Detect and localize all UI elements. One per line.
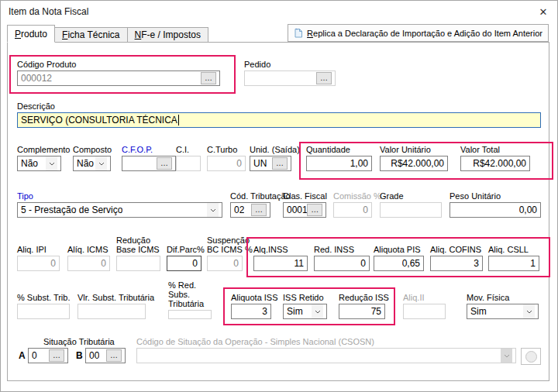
complemento-select[interactable]: Não [17,156,61,171]
c-turbo-group: C.Turbo 0 [207,132,246,171]
peso-unitario-group: Peso Unitário 0,00 [450,179,541,218]
red-inss-field[interactable]: 0 [314,256,370,271]
aliq-csll-label: Aliq. CSLL [488,245,539,254]
dif-parc-value: 0 [192,258,198,269]
pedido-field[interactable]: … [244,70,336,86]
valor-total-field[interactable]: R$42.000,00 [460,156,530,171]
aliquota-pis-field[interactable]: 0,65 [374,256,424,271]
ci-group: C.I. [176,132,201,171]
valor-unitario-group: Valor Unitário R$42.000,00 [380,132,448,171]
quantidade-value: 1,00 [350,158,368,169]
situacao-b-field[interactable]: 00 … [85,348,126,363]
valor-unitario-value: R$42.000,00 [391,158,444,169]
tipo-group: Tipo 5 - Prestação de Serviço [17,179,222,218]
descricao-label: Descrição [17,101,541,111]
aliq-ipi-group: Aliq. IPI 0 [17,232,60,271]
unid-saida-browse-button[interactable]: … [272,157,288,170]
quantidade-label: Quantidade [306,145,372,154]
tab-ficha-tecnica[interactable]: Ficha Técnica [55,27,128,43]
ci-label: C.I. [176,145,201,154]
peso-unitario-label: Peso Unitário [450,191,541,201]
codigo-produto-browse-button[interactable]: … [201,72,216,84]
circle-icon [525,351,537,363]
document-icon [294,28,303,38]
grade-group: Grade [380,179,442,218]
dif-parc-group: Dif.Parc% 0 [167,232,202,271]
valor-unitario-label: Valor Unitário [380,145,448,154]
reducao-base-icms-field[interactable] [116,256,160,271]
csosn-status-button[interactable] [521,348,541,365]
composto-value: Não [77,158,94,169]
reducao-iss-group: Redução ISS 75 [339,280,385,319]
pct-subst-trib-field[interactable] [17,304,70,319]
vlr-subst-tributaria-field[interactable] [78,304,146,319]
aliq-icms-field[interactable]: 0 [67,256,110,271]
tab-nfe-impostos[interactable]: NF-e / Impostos [128,27,208,43]
cod-tributacao-browse-button[interactable]: … [251,204,267,216]
aliq-csll-field[interactable]: 1 [488,256,539,271]
ci-field[interactable] [176,156,201,171]
cfop-field[interactable]: … [122,156,176,171]
cod-tributacao-field[interactable]: 02 … [230,202,270,218]
c-turbo-label: C.Turbo [207,145,246,154]
aliq-ipi-field[interactable]: 0 [17,256,60,271]
suspencao-bc-icms-field[interactable]: 0 [207,256,243,271]
composto-select[interactable]: Não [73,156,111,171]
aliq-cofins-group: Aliq. COFINS 3 [430,232,483,271]
reducao-base-icms-group: Redução Base ICMS [116,232,160,271]
mov-fisica-select[interactable]: Sim [467,304,539,319]
comissao-field[interactable]: 0 [333,202,372,218]
csosn-select[interactable] [136,348,516,363]
pedido-browse-button[interactable]: … [316,72,332,84]
aliquota-iss-field[interactable]: 3 [231,304,271,319]
situacao-b-browse-button[interactable]: … [106,349,122,362]
aliq-cofins-field[interactable]: 3 [430,256,483,271]
iss-retido-group: ISS Retido Sim [283,280,327,319]
replica-declaracao-button[interactable]: Replica a Declaração de Importação e Adi… [288,24,549,42]
iss-retido-select[interactable]: Sim [283,304,327,319]
situacao-a-value: 0 [32,350,37,361]
reducao-base-icms-label: Redução Base ICMS [116,236,167,254]
pedido-group: Pedido … [244,47,336,86]
vlr-subst-tributaria-group: Vlr. Subst. Tributária [78,280,146,319]
valor-total-label: Valor Total [460,145,530,154]
clas-fiscal-field[interactable]: 0001 … [283,202,326,218]
valor-unitario-field[interactable]: R$42.000,00 [380,156,448,171]
reducao-iss-field[interactable]: 75 [339,304,385,319]
grade-field[interactable] [380,202,442,218]
iss-retido-label: ISS Retido [283,293,327,302]
situacao-a-browse-button[interactable]: … [49,349,64,362]
suspencao-bc-icms-value: 0 [233,258,239,269]
close-icon[interactable]: ✕ [529,2,557,22]
dif-parc-field[interactable]: 0 [167,256,202,271]
descricao-field[interactable]: SERVIÇO (CONSULTORIA TÉCNICA [17,112,541,128]
unid-saida-field[interactable]: UN … [250,156,291,171]
situacao-a-field[interactable]: 0 … [28,348,68,363]
aliq-csll-value: 1 [530,258,536,269]
reducao-iss-label: Redução ISS [339,293,385,302]
c-turbo-field[interactable]: 0 [207,156,246,171]
codigo-produto-label: Código Produto [17,60,220,69]
aliq-ii-group: Aliq.II [403,280,446,319]
alq-inss-field[interactable]: 11 [253,256,308,271]
cfop-browse-button[interactable]: … [157,157,172,170]
chevron-down-icon [523,304,535,318]
chevron-down-icon [95,156,107,170]
titlebar: Item da Nota Fiscal ✕ [1,1,557,22]
aliq-icms-group: Alíq. ICMS 0 [67,232,110,271]
tab-produto[interactable]: Produto [7,25,55,43]
aliq-ipi-label: Aliq. IPI [17,245,60,254]
pct-red-subs-tributaria-field[interactable] [168,310,212,319]
comissao-group: Comissão % 0 [333,179,372,218]
text-caret [178,115,179,126]
aliq-ii-field[interactable] [403,304,446,319]
peso-unitario-field[interactable]: 0,00 [450,202,541,218]
item-nota-fiscal-dialog: Item da Nota Fiscal ✕ Produto Ficha Técn… [0,0,558,392]
quantidade-field[interactable]: 1,00 [306,156,372,171]
codigo-produto-field[interactable]: 000012 … [17,70,220,86]
clas-fiscal-browse-button[interactable]: … [307,204,322,216]
tipo-select[interactable]: 5 - Prestação de Serviço [17,202,222,218]
codigo-produto-value: 000012 [21,73,52,84]
red-inss-label: Red. INSS [314,245,370,254]
tab-bar: Produto Ficha Técnica NF-e / Impostos [7,25,208,43]
